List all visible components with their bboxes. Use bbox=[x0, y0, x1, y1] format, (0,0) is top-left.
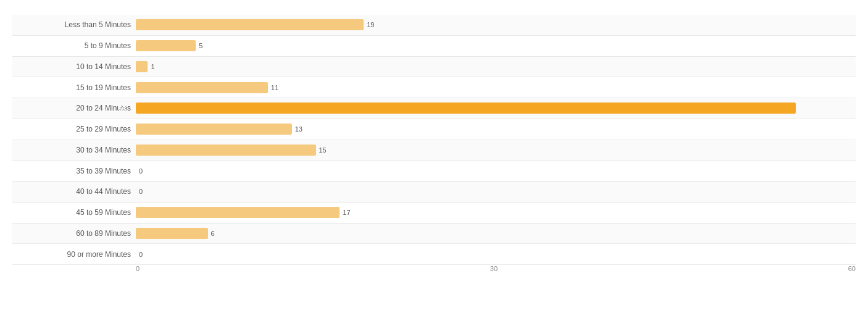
bar-value: 0 bbox=[139, 188, 143, 195]
row-label: 15 to 19 Minutes bbox=[12, 83, 136, 92]
bar-value: 55 bbox=[119, 105, 126, 112]
row-label: 10 to 14 Minutes bbox=[12, 62, 136, 71]
bar-row: 30 to 34 Minutes15 bbox=[12, 140, 856, 161]
row-label: 90 or more Minutes bbox=[12, 250, 136, 259]
bar-row: 90 or more Minutes0 bbox=[12, 244, 856, 265]
bar-track: 13 bbox=[136, 123, 856, 135]
bar-row: 35 to 39 Minutes0 bbox=[12, 161, 856, 182]
bar-track: 11 bbox=[136, 82, 856, 94]
bar bbox=[136, 124, 292, 135]
rows-container: Less than 5 Minutes195 to 9 Minutes510 t… bbox=[12, 15, 856, 265]
row-label: 25 to 29 Minutes bbox=[12, 125, 136, 133]
bar-value: 0 bbox=[139, 251, 143, 258]
x-label-0: 0 bbox=[136, 265, 140, 272]
bar-value: 17 bbox=[343, 209, 350, 216]
bar-track: 0 bbox=[136, 165, 856, 177]
row-label: Less than 5 Minutes bbox=[12, 20, 136, 29]
bar-track: 1 bbox=[136, 61, 856, 73]
row-label: 30 to 34 Minutes bbox=[12, 146, 136, 154]
x-label-30: 30 bbox=[490, 265, 498, 272]
bar-value: 0 bbox=[139, 167, 143, 175]
bar bbox=[136, 19, 364, 30]
bar-row: 5 to 9 Minutes5 bbox=[12, 36, 856, 57]
bar-track: 0 bbox=[136, 248, 856, 261]
bar bbox=[136, 40, 196, 51]
bar: 55 bbox=[136, 103, 796, 114]
bar-row: 15 to 19 Minutes11 bbox=[12, 77, 856, 98]
bar-value: 1 bbox=[151, 63, 154, 70]
bar-row: 60 to 89 Minutes6 bbox=[12, 224, 856, 245]
bar-row: 40 to 44 Minutes0 bbox=[12, 182, 856, 203]
row-label: 35 to 39 Minutes bbox=[12, 167, 136, 175]
row-label: 20 to 24 Minutes bbox=[12, 104, 136, 112]
bar-row: 20 to 24 Minutes55 bbox=[12, 98, 856, 119]
bar-track: 6 bbox=[136, 227, 856, 240]
bar-value: 5 bbox=[199, 42, 202, 49]
bar-row: 45 to 59 Minutes17 bbox=[12, 203, 856, 224]
bar-value: 11 bbox=[271, 84, 278, 91]
chart-container: Less than 5 Minutes195 to 9 Minutes510 t… bbox=[0, 0, 868, 323]
bar-row: 10 to 14 Minutes1 bbox=[12, 57, 856, 78]
row-label: 5 to 9 Minutes bbox=[12, 41, 136, 50]
bar-value: 13 bbox=[295, 125, 303, 133]
bar-track: 19 bbox=[136, 19, 856, 31]
bar-value: 6 bbox=[211, 230, 215, 237]
bar bbox=[136, 61, 148, 72]
bar-row: 25 to 29 Minutes13 bbox=[12, 119, 856, 140]
row-label: 45 to 59 Minutes bbox=[12, 208, 136, 217]
bar-track: 5 bbox=[136, 40, 856, 52]
bar-track: 0 bbox=[136, 185, 856, 198]
chart-area: Less than 5 Minutes195 to 9 Minutes510 t… bbox=[12, 15, 856, 283]
bar bbox=[136, 82, 268, 93]
bar-track: 55 bbox=[136, 102, 856, 114]
bar-value: 15 bbox=[319, 146, 327, 154]
bar-row: Less than 5 Minutes19 bbox=[12, 15, 856, 36]
bar-track: 17 bbox=[136, 206, 856, 219]
bar-track: 15 bbox=[136, 144, 856, 156]
row-label: 40 to 44 Minutes bbox=[12, 187, 136, 196]
bar bbox=[136, 228, 208, 239]
bar-value: 19 bbox=[367, 21, 374, 28]
bar bbox=[136, 207, 340, 218]
x-axis: 0 30 60 bbox=[136, 265, 856, 283]
bar bbox=[136, 145, 316, 156]
x-label-60: 60 bbox=[848, 265, 856, 272]
row-label: 60 to 89 Minutes bbox=[12, 229, 136, 238]
